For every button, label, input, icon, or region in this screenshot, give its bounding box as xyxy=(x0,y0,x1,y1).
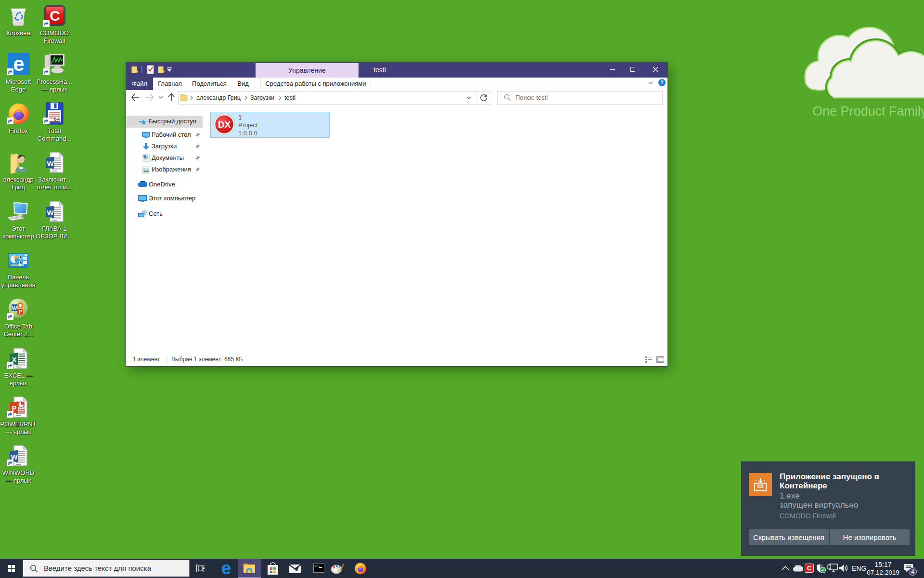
svg-text:64: 64 xyxy=(53,117,60,122)
svg-text:W: W xyxy=(12,305,17,311)
svg-text:P: P xyxy=(19,309,22,315)
svg-text:C: C xyxy=(50,8,60,24)
svg-text:DX: DX xyxy=(218,119,231,130)
svg-text:e: e xyxy=(13,53,24,75)
svg-text:One Product Family: One Product Family xyxy=(812,104,924,118)
